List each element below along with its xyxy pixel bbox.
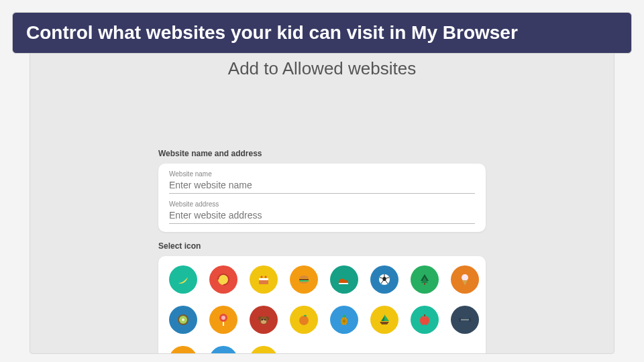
svg-point-26 [264, 319, 266, 320]
svg-point-3 [261, 276, 263, 278]
website-address-label: Website address [169, 200, 475, 208]
svg-point-25 [262, 319, 263, 320]
page-title: Add to Allowed websites [30, 58, 614, 79]
caption-text: Control what websites your kid can visit… [26, 22, 518, 43]
svg-marker-31 [381, 316, 384, 321]
website-address-input[interactable] [169, 208, 475, 224]
icecream-icon[interactable] [451, 265, 479, 294]
svg-marker-14 [462, 280, 468, 286]
website-name-label: Website name [169, 170, 475, 178]
website-section-label: Website name and address [158, 149, 486, 158]
lollipop-icon[interactable] [209, 306, 237, 334]
website-fields-card: Website name Website address [158, 164, 486, 232]
banana-icon[interactable] [169, 265, 197, 294]
svg-point-24 [261, 320, 266, 324]
soccer-icon[interactable] [370, 265, 398, 294]
book-icon[interactable] [209, 346, 237, 354]
caption-banner: Control what websites your kid can visit… [12, 12, 632, 54]
burger-icon[interactable] [290, 265, 318, 294]
house-icon[interactable] [169, 346, 197, 354]
pineapple-icon[interactable] [330, 306, 358, 334]
svg-point-4 [265, 276, 267, 278]
ball-icon[interactable] [209, 265, 237, 294]
icon-grid [169, 265, 475, 354]
monkey-icon[interactable] [250, 306, 278, 334]
website-address-field: Website address [169, 200, 475, 224]
icon-section-label: Select icon [158, 241, 486, 251]
app-window: Add to Allowed websites Website name and… [30, 51, 614, 354]
boat-icon[interactable] [370, 306, 398, 334]
dumbbell-icon[interactable] [451, 306, 479, 334]
svg-rect-32 [424, 314, 425, 316]
svg-rect-20 [223, 322, 224, 326]
svg-rect-34 [469, 318, 471, 322]
website-name-field: Website name [169, 170, 475, 194]
svg-point-17 [182, 318, 184, 321]
apple-icon[interactable] [411, 306, 439, 334]
cake-icon[interactable] [250, 265, 278, 294]
svg-rect-5 [299, 279, 309, 280]
svg-rect-35 [461, 319, 469, 320]
svg-rect-6 [299, 280, 309, 282]
svg-point-27 [299, 316, 309, 325]
form-area: Website name and address Website name We… [158, 149, 486, 354]
svg-marker-30 [384, 314, 389, 321]
target-icon[interactable] [250, 346, 278, 354]
icon-picker-card [158, 256, 486, 354]
svg-rect-2 [259, 278, 268, 280]
svg-rect-1 [259, 280, 268, 284]
svg-point-28 [304, 315, 307, 316]
kiwi-icon[interactable] [169, 306, 197, 334]
shoe-icon[interactable] [330, 265, 358, 294]
svg-point-19 [221, 316, 225, 320]
svg-rect-7 [339, 283, 348, 284]
orange-icon[interactable] [290, 306, 318, 334]
svg-point-13 [462, 274, 468, 281]
svg-rect-33 [459, 318, 461, 322]
website-name-input[interactable] [169, 178, 475, 194]
svg-rect-12 [424, 283, 425, 285]
tree-icon[interactable] [411, 265, 439, 294]
